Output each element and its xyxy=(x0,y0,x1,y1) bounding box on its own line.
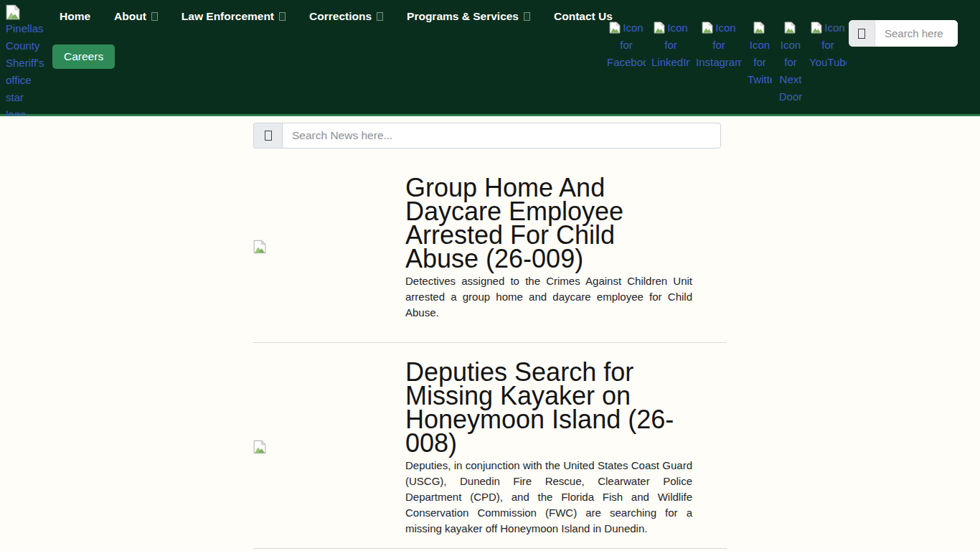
nav-label: Law Enforcement xyxy=(182,10,274,23)
facebook-link[interactable]: Icon for Facebook xyxy=(607,19,646,71)
article-summary: Detectives assigned to the Crimes Agains… xyxy=(405,273,692,321)
site-search xyxy=(849,20,958,47)
search-icon xyxy=(858,29,865,39)
site-search-button[interactable] xyxy=(849,20,875,47)
nav-item-home[interactable]: Home xyxy=(60,10,90,23)
article-title[interactable]: Deputies Search for Missing Kayaker on H… xyxy=(405,360,692,455)
twitter-link[interactable]: Icon for Twitter xyxy=(748,19,772,88)
nav-label: Home xyxy=(60,10,90,23)
broken-image-icon xyxy=(609,22,621,34)
news-search-input[interactable] xyxy=(282,123,721,149)
careers-button[interactable]: Careers xyxy=(52,44,115,69)
news-article[interactable]: Deputies Search for Missing Kayaker on H… xyxy=(253,360,727,537)
broken-image-icon xyxy=(654,22,665,34)
social-links: Icon for Facebook Icon for LinkedIn Icon… xyxy=(607,19,847,105)
broken-image-icon xyxy=(253,440,266,454)
nav-label: Contact Us xyxy=(554,10,613,23)
main-nav: Home About Law Enforcement Corrections P… xyxy=(60,10,613,23)
news-search xyxy=(253,123,721,149)
broken-image-icon xyxy=(6,4,20,20)
broken-image-icon xyxy=(784,22,796,34)
search-icon xyxy=(265,131,272,141)
article-thumbnail xyxy=(253,240,405,257)
dropdown-caret-icon xyxy=(151,12,158,21)
nav-item-programs-services[interactable]: Programs & Services xyxy=(407,10,530,23)
article-summary: Deputies, in conjunction with the United… xyxy=(405,458,692,537)
site-search-input[interactable] xyxy=(875,20,958,47)
nav-label: About xyxy=(114,10,146,23)
article-text: Group Home And Daycare Employee Arrested… xyxy=(405,176,692,321)
dropdown-caret-icon xyxy=(279,12,286,21)
nextdoor-link[interactable]: Icon for Next Door xyxy=(778,19,804,105)
twitter-alt-text: Icon for Twitter xyxy=(748,39,772,85)
broken-image-icon xyxy=(811,22,822,34)
logo-link[interactable]: Pinellas County Sheriff's office star lo… xyxy=(6,3,52,116)
dropdown-caret-icon xyxy=(377,12,383,21)
broken-image-icon xyxy=(753,22,765,34)
nav-item-corrections[interactable]: Corrections xyxy=(309,10,383,23)
news-list-section: Group Home And Daycare Employee Arrested… xyxy=(253,123,727,549)
nav-item-law-enforcement[interactable]: Law Enforcement xyxy=(182,10,286,23)
news-article[interactable]: Group Home And Daycare Employee Arrested… xyxy=(253,166,727,331)
logo-alt-text: Pinellas County Sheriff's office star lo… xyxy=(6,22,44,116)
article-text: Deputies Search for Missing Kayaker on H… xyxy=(405,360,692,537)
article-divider xyxy=(253,342,727,343)
article-title[interactable]: Group Home And Daycare Employee Arrested… xyxy=(405,176,692,270)
linkedin-link[interactable]: Icon for LinkedIn xyxy=(651,19,690,71)
instagram-link[interactable]: Icon for Instagram xyxy=(696,19,742,71)
nav-item-about[interactable]: About xyxy=(114,10,158,23)
nav-label: Programs & Services xyxy=(407,10,519,23)
youtube-link[interactable]: Icon for YouTube xyxy=(809,19,847,71)
broken-image-icon xyxy=(702,22,713,34)
dropdown-caret-icon xyxy=(524,12,530,21)
nav-label: Corrections xyxy=(309,10,372,23)
site-header: Pinellas County Sheriff's office star lo… xyxy=(0,0,980,116)
nextdoor-alt-text: Icon for Next Door xyxy=(779,39,803,103)
news-search-button[interactable] xyxy=(253,123,282,149)
article-thumbnail xyxy=(253,440,405,457)
article-divider xyxy=(253,548,727,549)
broken-image-icon xyxy=(253,240,266,254)
nav-item-contact-us[interactable]: Contact Us xyxy=(554,10,613,23)
